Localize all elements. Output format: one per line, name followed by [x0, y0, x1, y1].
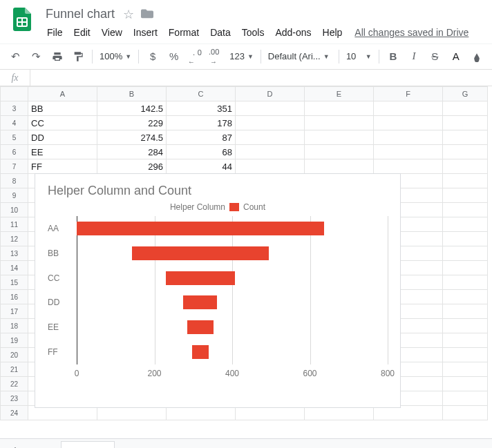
cell-E5[interactable]: [305, 130, 374, 145]
cell-E4[interactable]: [305, 116, 374, 130]
cell-C7[interactable]: 44: [167, 159, 236, 174]
strikethrough-button[interactable]: S: [428, 49, 442, 64]
row-header-17[interactable]: 17: [1, 304, 28, 319]
cell-G16[interactable]: [443, 290, 488, 304]
number-format-select[interactable]: 123▼: [229, 51, 254, 61]
cell-A4[interactable]: CC: [28, 116, 97, 130]
cell-A6[interactable]: EE: [28, 145, 97, 159]
cell-G10[interactable]: [443, 203, 488, 217]
fontsize-select[interactable]: 10▼: [346, 51, 372, 61]
row-header-3[interactable]: 3: [1, 101, 28, 116]
menu-view[interactable]: View: [96, 24, 128, 41]
row-header-23[interactable]: 23: [1, 391, 28, 406]
menu-data[interactable]: Data: [205, 24, 236, 41]
row-header-18[interactable]: 18: [1, 319, 28, 333]
cell-D3[interactable]: [236, 101, 305, 116]
paint-format-icon[interactable]: [71, 49, 85, 64]
col-header-A[interactable]: A: [28, 87, 97, 101]
col-header-G[interactable]: G: [443, 87, 488, 101]
cell-G6[interactable]: [443, 145, 488, 159]
menu-help[interactable]: Help: [317, 24, 348, 41]
increase-decimal-button[interactable]: .00→: [209, 49, 223, 64]
menu-tools[interactable]: Tools: [236, 24, 270, 41]
row-header-16[interactable]: 16: [1, 290, 28, 304]
currency-button[interactable]: $: [146, 49, 160, 64]
cell-D7[interactable]: [236, 159, 305, 174]
cell-D4[interactable]: [236, 116, 305, 130]
print-icon[interactable]: [50, 49, 64, 64]
cell-G22[interactable]: [443, 377, 488, 391]
cell-B5[interactable]: 274.5: [97, 130, 167, 145]
menu-addons[interactable]: Add-ons: [269, 24, 316, 41]
cell-G4[interactable]: [443, 116, 488, 130]
cell-G3[interactable]: [443, 101, 488, 116]
cell-E7[interactable]: [305, 159, 374, 174]
cell-G24[interactable]: [443, 406, 488, 420]
cell-F3[interactable]: [374, 101, 443, 116]
cell-C3[interactable]: 351: [167, 101, 236, 116]
all-sheets-button[interactable]: ≡: [30, 442, 50, 449]
cell-F6[interactable]: [374, 145, 443, 159]
cell-G5[interactable]: [443, 130, 488, 145]
cell-G8[interactable]: [443, 174, 488, 188]
cell-D6[interactable]: [236, 145, 305, 159]
cell-B7[interactable]: 296: [97, 159, 167, 174]
row-header-4[interactable]: 4: [1, 116, 28, 130]
row-header-11[interactable]: 11: [1, 217, 28, 232]
row-header-24[interactable]: 24: [1, 406, 28, 420]
cell-F4[interactable]: [374, 116, 443, 130]
cell-G9[interactable]: [443, 188, 488, 203]
sheet-tab-active[interactable]: Sheet1▼: [61, 441, 115, 449]
decrease-decimal-button[interactable]: ．0←: [188, 49, 202, 64]
cell-D5[interactable]: [236, 130, 305, 145]
row-header-12[interactable]: 12: [1, 232, 28, 246]
embedded-chart[interactable]: Helper Column and Count Helper Column Co…: [35, 173, 401, 408]
cell-G21[interactable]: [443, 362, 488, 377]
row-header-7[interactable]: 7: [1, 159, 28, 174]
cell-G20[interactable]: [443, 348, 488, 362]
cell-G12[interactable]: [443, 232, 488, 246]
row-header-19[interactable]: 19: [1, 333, 28, 348]
cell-B4[interactable]: 229: [97, 116, 167, 130]
cell-A5[interactable]: DD: [28, 130, 97, 145]
cell-G18[interactable]: [443, 319, 488, 333]
col-header-D[interactable]: D: [236, 87, 305, 101]
cell-G7[interactable]: [443, 159, 488, 174]
cell-G17[interactable]: [443, 304, 488, 319]
cell-C5[interactable]: 87: [167, 130, 236, 145]
cell-G11[interactable]: [443, 217, 488, 232]
cell-G15[interactable]: [443, 275, 488, 290]
row-header-21[interactable]: 21: [1, 362, 28, 377]
row-header-8[interactable]: 8: [1, 174, 28, 188]
save-status[interactable]: All changes saved in Drive: [354, 27, 469, 38]
cell-E6[interactable]: [305, 145, 374, 159]
undo-icon[interactable]: ↶: [8, 49, 22, 64]
row-header-5[interactable]: 5: [1, 130, 28, 145]
cell-A3[interactable]: BB: [28, 101, 97, 116]
cell-F5[interactable]: [374, 130, 443, 145]
col-header-C[interactable]: C: [167, 87, 236, 101]
cell-E3[interactable]: [305, 101, 374, 116]
cell-B3[interactable]: 142.5: [97, 101, 167, 116]
sheets-logo[interactable]: [8, 6, 36, 33]
menu-format[interactable]: Format: [163, 24, 205, 41]
row-header-15[interactable]: 15: [1, 275, 28, 290]
cell-F7[interactable]: [374, 159, 443, 174]
percent-button[interactable]: %: [167, 49, 180, 64]
star-icon[interactable]: ☆: [123, 7, 134, 22]
row-header-10[interactable]: 10: [1, 203, 28, 217]
cell-C4[interactable]: 178: [167, 116, 236, 130]
font-select[interactable]: Default (Ari...▼: [268, 51, 332, 61]
cell-C6[interactable]: 68: [167, 145, 236, 159]
cell-G19[interactable]: [443, 333, 488, 348]
cell-A7[interactable]: FF: [28, 159, 97, 174]
redo-icon[interactable]: ↷: [29, 49, 43, 64]
cell-G14[interactable]: [443, 261, 488, 275]
row-header-22[interactable]: 22: [1, 377, 28, 391]
italic-button[interactable]: I: [407, 49, 421, 64]
bold-button[interactable]: B: [386, 49, 400, 64]
menu-edit[interactable]: Edit: [68, 24, 96, 41]
add-sheet-button[interactable]: +: [6, 442, 25, 449]
row-header-9[interactable]: 9: [1, 188, 28, 203]
row-header-20[interactable]: 20: [1, 348, 28, 362]
